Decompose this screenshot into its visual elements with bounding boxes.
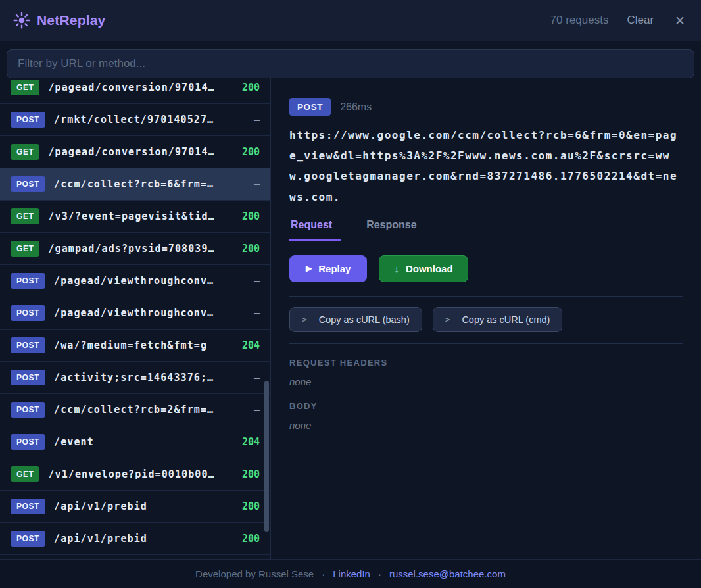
request-url-path: /v3/?event=pagevisit&tid… xyxy=(48,210,233,222)
request-row[interactable]: GET /gampad/ads?pvsid=708039… 200 xyxy=(0,233,270,265)
terminal-icon: >_ xyxy=(445,314,456,324)
request-url-path: /activity;src=14643376;… xyxy=(54,372,245,383)
status-code: 204 xyxy=(242,339,260,351)
request-url-path: /ccm/collect?rcb=2&frm=… xyxy=(54,404,245,416)
method-badge: POST xyxy=(289,98,331,116)
method-badge: POST xyxy=(11,305,45,321)
request-row[interactable]: POST /rmkt/collect/970140527… — xyxy=(0,104,270,136)
request-row[interactable]: GET /v3/?event=pagevisit&tid… 200 xyxy=(0,201,270,233)
status-code: — xyxy=(254,178,260,190)
request-url-path: /wa/?medium=fetch&fmt=g xyxy=(54,339,233,351)
request-url-path: /rmkt/collect/970140527… xyxy=(54,114,245,126)
footer-separator: · xyxy=(378,568,381,579)
method-badge: POST xyxy=(11,176,45,192)
close-icon[interactable]: ✕ xyxy=(672,13,688,28)
copy-row: >_ Copy as cURL (bash) >_ Copy as cURL (… xyxy=(289,307,683,344)
status-code: 200 xyxy=(242,243,260,255)
download-icon: ↓ xyxy=(394,263,399,274)
method-badge: POST xyxy=(11,499,45,514)
status-code: — xyxy=(254,372,260,383)
request-url-path: /ccm/collect?rcb=6&frm=… xyxy=(54,178,245,190)
actions-row: ▶ Replay ↓ Download xyxy=(289,255,683,297)
request-row[interactable]: GET /pagead/conversion/97014… 200 xyxy=(0,78,270,104)
request-duration: 266ms xyxy=(340,101,372,113)
request-row[interactable]: POST /pagead/viewthroughconv… — xyxy=(0,265,270,297)
copy-cmd-label: Copy as cURL (cmd) xyxy=(462,314,550,325)
tab-request[interactable]: Request xyxy=(289,211,341,241)
replay-label: Replay xyxy=(318,263,350,274)
request-url-path: /event xyxy=(54,436,233,448)
request-row[interactable]: POST /activity;src=14643376;… — xyxy=(0,362,270,394)
method-badge: POST xyxy=(11,434,45,450)
copy-curl-bash-button[interactable]: >_ Copy as cURL (bash) xyxy=(289,307,422,332)
detail-header: POST 266ms xyxy=(289,98,683,116)
request-list: GET /pagead/conversion/97014… 200 POST /… xyxy=(0,78,270,555)
status-code: 200 xyxy=(242,146,260,158)
status-code: 200 xyxy=(242,501,260,512)
request-url-path: /api/v1/prebid xyxy=(54,533,233,545)
method-badge: POST xyxy=(11,337,45,353)
request-url-path: /v1/envelope?pid=0010b00… xyxy=(48,468,233,480)
status-code: — xyxy=(254,114,260,126)
status-code: 200 xyxy=(242,533,260,545)
status-code: — xyxy=(254,275,260,287)
status-code: 204 xyxy=(242,436,260,448)
request-row[interactable]: POST /ccm/collect?rcb=6&frm=… — xyxy=(0,168,270,201)
method-badge: GET xyxy=(11,144,39,160)
method-badge: POST xyxy=(11,112,45,128)
request-url-path: /pagead/viewthroughconv… xyxy=(54,307,245,319)
body-section: BODY none xyxy=(289,401,683,431)
request-row[interactable]: POST /wa/?medium=fetch&fmt=g 204 xyxy=(0,330,270,362)
download-label: Download xyxy=(406,263,453,274)
request-url-path: /pagead/conversion/97014… xyxy=(48,146,233,158)
body-value: none xyxy=(289,420,683,431)
play-icon: ▶ xyxy=(306,264,312,273)
request-headers-title: REQUEST HEADERS xyxy=(289,358,683,368)
request-headers-section: REQUEST HEADERS none xyxy=(289,358,683,387)
header-actions: 70 requests Clear ✕ xyxy=(550,13,688,28)
method-badge: POST xyxy=(11,370,45,385)
copy-bash-label: Copy as cURL (bash) xyxy=(319,314,410,325)
status-code: — xyxy=(254,307,260,319)
email-link[interactable]: russel.sese@batchee.com xyxy=(389,568,506,579)
linkedin-link[interactable]: LinkedIn xyxy=(333,568,370,579)
method-badge: POST xyxy=(11,402,45,418)
replay-button[interactable]: ▶ Replay xyxy=(289,255,367,282)
footer: Developed by Russel Sese · LinkedIn · ru… xyxy=(0,559,701,588)
request-row[interactable]: GET /v1/envelope?pid=0010b00… 200 xyxy=(0,458,270,491)
clear-button[interactable]: Clear xyxy=(627,14,654,27)
method-badge: GET xyxy=(11,241,39,257)
request-headers-value: none xyxy=(289,376,683,387)
status-code: 200 xyxy=(242,82,260,93)
request-url-path: /pagead/viewthroughconv… xyxy=(54,275,245,287)
header: NetReplay 70 requests Clear ✕ xyxy=(0,0,701,41)
status-code: 200 xyxy=(242,210,260,222)
terminal-icon: >_ xyxy=(302,314,312,324)
request-detail-pane: POST 266ms https://www.google.com/ccm/co… xyxy=(271,78,701,559)
detail-tabs: Request Response xyxy=(289,211,683,241)
method-badge: POST xyxy=(11,273,45,289)
netreplay-app: NetReplay 70 requests Clear ✕ GET /pagea… xyxy=(0,0,701,588)
list-scrollbar-thumb[interactable] xyxy=(264,381,269,532)
request-list-pane: GET /pagead/conversion/97014… 200 POST /… xyxy=(0,78,271,559)
request-row[interactable]: POST /event 204 xyxy=(0,426,270,458)
copy-curl-cmd-button[interactable]: >_ Copy as cURL (cmd) xyxy=(433,307,563,332)
method-badge: GET xyxy=(11,466,39,482)
request-row[interactable]: POST /api/v1/prebid 200 xyxy=(0,523,270,555)
filter-input[interactable] xyxy=(7,49,694,78)
method-badge: GET xyxy=(11,208,39,224)
request-url-path: /gampad/ads?pvsid=708039… xyxy=(48,243,233,255)
request-count: 70 requests xyxy=(550,14,609,27)
download-button[interactable]: ↓ Download xyxy=(379,255,468,282)
footer-separator: · xyxy=(322,568,325,579)
body-title: BODY xyxy=(289,401,683,411)
tab-response[interactable]: Response xyxy=(365,211,425,241)
main-split: GET /pagead/conversion/97014… 200 POST /… xyxy=(0,78,701,559)
request-row[interactable]: POST /api/v1/prebid 200 xyxy=(0,491,270,523)
request-url: https://www.google.com/ccm/collect?rcb=6… xyxy=(289,125,683,207)
request-row[interactable]: POST /pagead/viewthroughconv… — xyxy=(0,297,270,330)
request-row[interactable]: GET /pagead/conversion/97014… 200 xyxy=(0,136,270,168)
app-title: NetReplay xyxy=(37,12,106,28)
method-badge: GET xyxy=(11,80,39,95)
request-row[interactable]: POST /ccm/collect?rcb=2&frm=… — xyxy=(0,394,270,426)
